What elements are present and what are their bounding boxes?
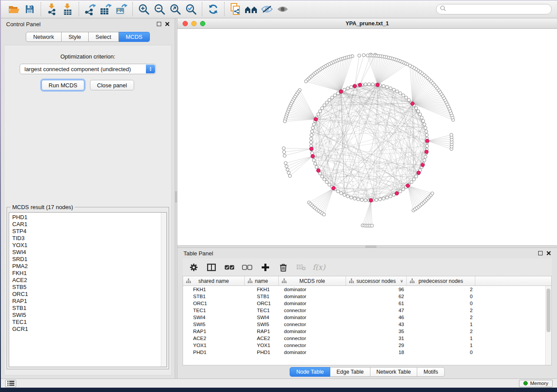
tab-select[interactable]: Select: [89, 32, 119, 42]
optimization-criterion-label: Optimization criterion:: [60, 53, 115, 60]
tab-motifs[interactable]: Motifs: [417, 367, 444, 377]
result-item[interactable]: SRD1: [12, 256, 166, 263]
result-item[interactable]: STB5: [12, 284, 166, 291]
close-table-panel-icon[interactable]: [547, 250, 551, 257]
search-field[interactable]: [436, 4, 552, 14]
result-item[interactable]: STB1: [12, 305, 166, 312]
close-panel-button[interactable]: Close panel: [90, 80, 134, 90]
minimize-window-icon[interactable]: [191, 21, 197, 26]
import-table-icon[interactable]: [60, 2, 76, 17]
maximize-window-icon[interactable]: [200, 21, 205, 26]
column-header-successor-nodes[interactable]: successor nodes∨: [346, 276, 407, 285]
duplicate-network-icon[interactable]: [228, 2, 243, 17]
result-item[interactable]: PHD1: [12, 214, 166, 221]
zoom-selected-icon[interactable]: [183, 2, 199, 17]
vertical-splitter[interactable]: [175, 18, 177, 378]
cell-name: TEC1: [245, 308, 279, 313]
graph-nodes[interactable]: [282, 53, 455, 227]
table-row[interactable]: FKH1FKH1dominator962: [183, 286, 551, 293]
cell-name: ORC1: [245, 301, 279, 306]
cell-shared-name: SWI4: [183, 315, 245, 320]
table-row[interactable]: ACE2ACE2connector311: [183, 335, 551, 342]
result-item[interactable]: FKH1: [12, 270, 166, 277]
float-table-panel-icon[interactable]: [538, 251, 543, 255]
tab-node-table[interactable]: Node Table: [290, 367, 330, 377]
tab-style[interactable]: Style: [62, 32, 89, 42]
column-header-shared-name[interactable]: shared name: [183, 276, 245, 285]
cell-name: FKH1: [245, 287, 279, 292]
table-row[interactable]: PHD1PHD1dominator180: [183, 349, 551, 356]
column-header-predecessor-nodes[interactable]: predecessor nodes: [407, 276, 475, 285]
table-row[interactable]: YOX1YOX1connector291: [183, 342, 551, 349]
result-item[interactable]: TEC1: [12, 319, 166, 326]
settings-icon[interactable]: [187, 261, 200, 274]
table-row[interactable]: SWI5SWI5connector431: [183, 321, 551, 328]
optimization-criterion-select[interactable]: largest connected component (undirected)…: [20, 64, 156, 74]
table-row[interactable]: STB1STB1dominator620: [183, 293, 551, 300]
tab-mcds[interactable]: MCDS: [119, 32, 150, 42]
export-table-icon[interactable]: [98, 2, 114, 17]
result-item[interactable]: PMA2: [12, 263, 166, 270]
attribute-icon: [349, 279, 354, 285]
hide-selected-icon[interactable]: [259, 2, 275, 17]
result-item[interactable]: CAR1: [12, 221, 166, 228]
tab-edge-table[interactable]: Edge Table: [330, 367, 370, 377]
import-network-icon[interactable]: [44, 2, 60, 17]
cell-successor-nodes: 47: [346, 308, 407, 313]
result-item[interactable]: SWI5: [12, 312, 166, 319]
save-icon[interactable]: [22, 2, 38, 17]
memory-status-icon: [523, 381, 528, 385]
mcds-panel: Optimization criterion: largest connecte…: [4, 45, 172, 375]
result-item[interactable]: GCR1: [12, 326, 166, 333]
tab-network-table[interactable]: Network Table: [370, 367, 418, 377]
horizontal-splitter[interactable]: [177, 245, 557, 248]
result-item[interactable]: ACE2: [12, 277, 166, 284]
run-mcds-button[interactable]: Run MCDS: [42, 80, 84, 90]
export-network-icon[interactable]: [82, 2, 98, 17]
show-columns-icon[interactable]: [205, 261, 218, 274]
table-scrollbar-thumb[interactable]: [547, 289, 550, 332]
close-panel-icon[interactable]: [165, 21, 170, 28]
tab-network[interactable]: Network: [26, 32, 62, 42]
apply-layout-icon[interactable]: [205, 2, 221, 17]
graph-inner-edges: [311, 84, 427, 200]
search-input[interactable]: [448, 6, 548, 12]
column-header-name[interactable]: name: [245, 276, 279, 285]
result-item[interactable]: STP4: [12, 228, 166, 235]
cell-mcds-role: dominator: [279, 294, 346, 299]
float-panel-icon[interactable]: [157, 22, 161, 26]
select-all-columns-icon[interactable]: [223, 261, 236, 274]
result-item[interactable]: YOX1: [12, 242, 166, 249]
table-row[interactable]: ORC1ORC1dominator610: [183, 300, 551, 307]
mcds-result-list[interactable]: PHD1CAR1STP4TID3YOX1SWI4SRD1PMA2FKH1ACE2…: [9, 212, 167, 367]
zoom-out-icon[interactable]: [152, 2, 167, 17]
column-header-mcds-role[interactable]: MCDS role: [279, 276, 346, 285]
task-history-icon[interactable]: [5, 380, 16, 387]
result-item[interactable]: RAP1: [12, 298, 166, 305]
zoom-in-icon[interactable]: [136, 2, 152, 17]
add-column-icon[interactable]: [259, 261, 272, 274]
open-file-icon[interactable]: [6, 2, 22, 17]
sort-arrow-icon: ∨: [400, 279, 403, 283]
export-image-icon[interactable]: [114, 2, 129, 17]
cell-mcds-role: connector: [279, 308, 346, 313]
network-canvas[interactable]: [177, 29, 557, 245]
close-window-icon[interactable]: [183, 21, 188, 26]
result-item[interactable]: TID3: [12, 235, 166, 242]
result-item[interactable]: ORC1: [12, 291, 166, 298]
show-all-icon[interactable]: [275, 2, 291, 17]
result-item[interactable]: SWI4: [12, 249, 166, 256]
unselect-all-columns-icon[interactable]: [241, 261, 254, 274]
delete-columns-icon[interactable]: [277, 261, 290, 274]
table-scrollbar[interactable]: [545, 286, 551, 365]
cell-predecessor-nodes: 1: [407, 336, 475, 341]
table-row[interactable]: SWI4SWI4dominator462: [183, 314, 551, 321]
table-row[interactable]: RAP1RAP1dominator352: [183, 328, 551, 335]
zoom-fit-icon[interactable]: [167, 2, 183, 17]
first-neighbors-icon[interactable]: [243, 2, 259, 17]
memory-button[interactable]: Memory: [519, 380, 553, 387]
cell-mcds-role: dominator: [279, 301, 346, 306]
table-row[interactable]: TEC1TEC1connector472: [183, 307, 551, 314]
result-scrollbar[interactable]: [161, 213, 166, 367]
cytoscape-window: Control Panel NetworkStyleSelectMCDS Opt…: [1, 0, 557, 388]
